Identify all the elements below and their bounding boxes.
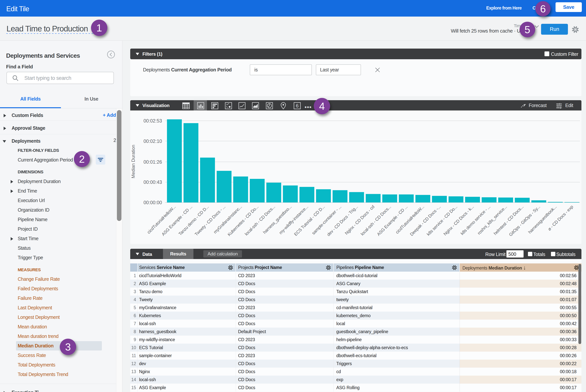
svg-text:00:00:43: 00:00:43	[143, 180, 162, 185]
svg-text:Tweety - CD Docs - ...: Tweety - CD Docs - ...	[194, 204, 226, 237]
svg-text:sample-container - ...: sample-container - ...	[311, 204, 342, 236]
svg-text:local-ssh - CD Docs...: local-ssh - CD Docs...	[360, 204, 392, 236]
svg-text:00:00:00: 00:00:00	[143, 200, 162, 205]
svg-text:Nginx - CD Docs - cd: Nginx - CD Docs - cd	[344, 204, 375, 236]
svg-text:Tanzu demo - CD D...: Tanzu demo - CD D...	[177, 204, 210, 236]
svg-text:k8s service - CD Do...: k8s service - CD Do...	[426, 204, 458, 236]
svg-text:myGrafanaInstanc...: myGrafanaInstanc...	[212, 204, 243, 234]
svg-text:6: 6	[296, 103, 299, 108]
svg-text:ECS Tutorial - CD D...: ECS Tutorial - CD D...	[293, 204, 326, 237]
svg-text:harnessguestbook...: harnessguestbook...	[527, 204, 558, 234]
svg-text:roshni_k8s_service...: roshni_k8s_service...	[476, 204, 508, 236]
svg-text:Kubernetes - CD Do...: Kubernetes - CD Do...	[227, 204, 259, 237]
svg-text:dev - CD Docs - Trig...: dev - CD Docs - Trig...	[326, 204, 359, 237]
svg-text:local-ssh - CD Docs...: local-ssh - CD Docs...	[244, 204, 276, 236]
svg-text:cicdTutorialHelloW...: cicdTutorialHelloW...	[395, 204, 425, 235]
svg-text:00:01:26: 00:01:26	[143, 159, 162, 164]
svg-text:ASG Example - CD ...: ASG Example - CD ...	[161, 204, 193, 237]
svg-text:00:02:53: 00:02:53	[143, 118, 162, 124]
svg-text:k8s demo service - ...: k8s demo service - ...	[460, 204, 491, 236]
svg-text:Deepak - CD Docs -...: Deepak - CD Docs -...	[409, 204, 442, 237]
svg-text:GitOps - GitOps - Sy...: GitOps - GitOps - Sy...	[508, 204, 541, 237]
svg-text:my-wildfly-instance...: my-wildfly-instance...	[278, 204, 309, 235]
svg-text:Median Duration: Median Duration	[131, 145, 136, 178]
svg-text:harness_guestboo...: harness_guestboo...	[262, 204, 292, 235]
svg-text:ASG Example - CD ...: ASG Example - CD ...	[376, 204, 409, 237]
svg-text:helmtest - CD Docs...: helmtest - CD Docs...	[493, 204, 525, 236]
svg-text:cicdTutorialHelloW...: cicdTutorialHelloW...	[146, 204, 176, 235]
svg-text:Nginx - CD Docs - k...: Nginx - CD Docs - k...	[443, 204, 475, 236]
svg-text:00:02:10: 00:02:10	[143, 138, 162, 144]
